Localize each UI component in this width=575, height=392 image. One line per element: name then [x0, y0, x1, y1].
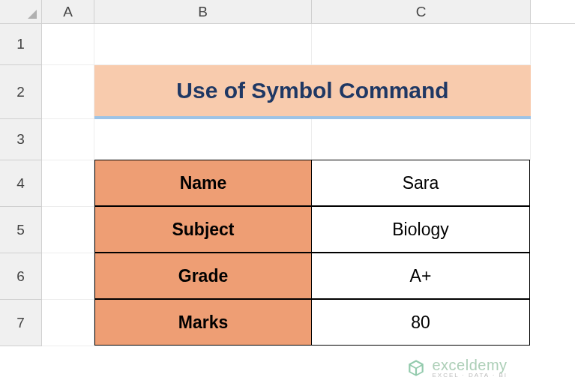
watermark-brand: exceldemy: [432, 358, 508, 373]
title-merged-cell[interactable]: Use of Symbol Command: [94, 65, 531, 119]
watermark: exceldemy EXCEL · DATA · BI: [406, 358, 508, 379]
row-5: 5 Subject Biology: [0, 207, 575, 253]
value-subject[interactable]: Biology: [311, 206, 530, 253]
column-header-B[interactable]: B: [94, 0, 312, 23]
row-1: 1: [0, 24, 575, 65]
label-subject[interactable]: Subject: [94, 206, 312, 253]
cell-A5[interactable]: [42, 207, 94, 253]
row-header-5[interactable]: 5: [0, 207, 42, 253]
cell-B3[interactable]: [94, 119, 312, 160]
cell-A6[interactable]: [42, 253, 94, 300]
cell-A1[interactable]: [42, 24, 94, 65]
spreadsheet-grid: A B C 1 2 Use of Symbol Command 3 4 Name…: [0, 0, 575, 392]
row-header-2[interactable]: 2: [0, 65, 42, 119]
column-header-row: A B C: [0, 0, 575, 24]
row-header-7[interactable]: 7: [0, 300, 42, 346]
row-6: 6 Grade A+: [0, 253, 575, 300]
cell-C1[interactable]: [312, 24, 531, 65]
watermark-text: exceldemy EXCEL · DATA · BI: [432, 358, 508, 379]
cell-B1[interactable]: [94, 24, 312, 65]
column-header-A[interactable]: A: [42, 0, 94, 23]
label-name[interactable]: Name: [94, 160, 312, 206]
row-4: 4 Name Sara: [0, 160, 575, 207]
cell-A3[interactable]: [42, 119, 94, 160]
cell-A2[interactable]: [42, 65, 94, 119]
rows-area: 1 2 Use of Symbol Command 3 4 Name Sara …: [0, 24, 575, 346]
select-all-corner[interactable]: [0, 0, 42, 23]
label-marks[interactable]: Marks: [94, 299, 312, 346]
label-grade[interactable]: Grade: [94, 253, 312, 299]
cube-icon: [406, 358, 426, 378]
value-marks[interactable]: 80: [311, 299, 530, 346]
cell-C3[interactable]: [312, 119, 531, 160]
row-3: 3: [0, 119, 575, 160]
row-header-1[interactable]: 1: [0, 24, 42, 65]
column-header-C[interactable]: C: [312, 0, 531, 23]
cell-A7[interactable]: [42, 300, 94, 346]
row-header-4[interactable]: 4: [0, 160, 42, 207]
row-header-6[interactable]: 6: [0, 253, 42, 300]
watermark-tagline: EXCEL · DATA · BI: [432, 373, 508, 379]
row-2: 2 Use of Symbol Command: [0, 65, 575, 119]
row-7: 7 Marks 80: [0, 300, 575, 346]
value-grade[interactable]: A+: [311, 253, 530, 299]
value-name[interactable]: Sara: [311, 160, 530, 206]
cell-A4[interactable]: [42, 160, 94, 207]
row-header-3[interactable]: 3: [0, 119, 42, 160]
